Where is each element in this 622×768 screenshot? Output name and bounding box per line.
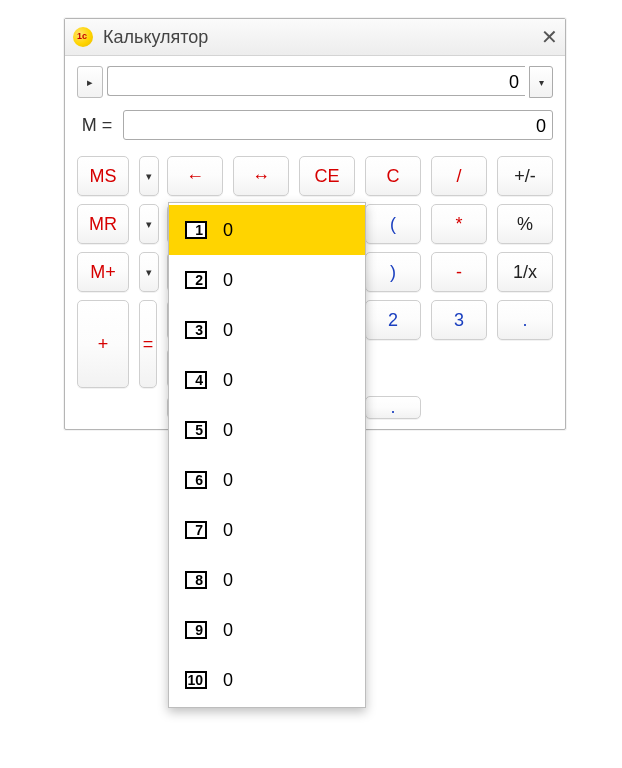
ce-button[interactable]: CE [299,156,355,196]
multiply-button[interactable]: * [431,204,487,244]
minus-button[interactable]: - [431,252,487,292]
register-value: 0 [223,270,233,291]
history-button[interactable]: ▸ [77,66,103,98]
equals-button[interactable]: = [139,300,157,388]
register-menu-item[interactable]: 70 [169,505,365,555]
register-value: 0 [223,570,233,591]
ms-button[interactable]: MS [77,156,129,196]
divide-button[interactable]: / [431,156,487,196]
dot-button-2[interactable]: . [365,396,421,419]
register-badge-icon: 6 [185,471,207,489]
register-menu-item[interactable]: 60 [169,455,365,505]
display-row: ▸ 0 ▾ [77,66,553,98]
memory-label: M = [77,115,117,136]
register-badge-icon: 2 [185,271,207,289]
register-menu-item[interactable]: 30 [169,305,365,355]
back-button[interactable]: ← [167,156,223,196]
plus-button[interactable]: + [77,300,129,388]
register-badge-icon: 8 [185,571,207,589]
register-value: 0 [223,520,233,541]
plus-minus-button[interactable]: +/- [497,156,553,196]
memory-row: M = 0 [77,110,553,140]
register-value: 0 [223,370,233,391]
register-badge-icon: 5 [185,421,207,439]
reverse-button[interactable]: ↔ [233,156,289,196]
register-value: 0 [223,470,233,491]
close-icon[interactable]: ✕ [539,27,559,47]
mode-dropdown-button[interactable]: ▾ [529,66,553,98]
register-menu-item[interactable]: 20 [169,255,365,305]
digit-3-button[interactable]: 3 [431,300,487,340]
register-badge-icon: 9 [185,621,207,639]
memory-display: 0 [123,110,553,140]
register-menu-item[interactable]: 90 [169,605,365,655]
register-badge-icon: 10 [185,671,207,689]
reciprocal-button[interactable]: 1/x [497,252,553,292]
mplus-button[interactable]: M+ [77,252,129,292]
main-display[interactable]: 0 [107,66,525,96]
paren-close-button[interactable]: ) [365,252,421,292]
register-menu-item[interactable]: 100 [169,655,365,705]
mr-button[interactable]: MR [77,204,129,244]
ms-split-button[interactable]: ▾ [139,156,159,196]
register-menu[interactable]: 102030405060708090100 [168,202,366,708]
app-icon [73,27,93,47]
title-bar[interactable]: Калькулятор ✕ [65,19,565,56]
dot-button[interactable]: . [497,300,553,340]
window-title: Калькулятор [103,27,208,48]
register-badge-icon: 1 [185,221,207,239]
mplus-split-button[interactable]: ▾ [139,252,159,292]
register-badge-icon: 4 [185,371,207,389]
paren-open-button[interactable]: ( [365,204,421,244]
register-badge-icon: 3 [185,321,207,339]
register-menu-item[interactable]: 50 [169,405,365,455]
register-value: 0 [223,320,233,341]
digit-2-button[interactable]: 2 [365,300,421,340]
percent-button[interactable]: % [497,204,553,244]
register-menu-item[interactable]: 80 [169,555,365,605]
register-menu-item[interactable]: 40 [169,355,365,405]
mr-split-button[interactable]: ▾ [139,204,159,244]
register-value: 0 [223,670,233,691]
register-value: 0 [223,620,233,641]
register-value: 0 [223,220,233,241]
c-button[interactable]: C [365,156,421,196]
register-menu-item[interactable]: 10 [169,205,365,255]
register-badge-icon: 7 [185,521,207,539]
register-value: 0 [223,420,233,441]
